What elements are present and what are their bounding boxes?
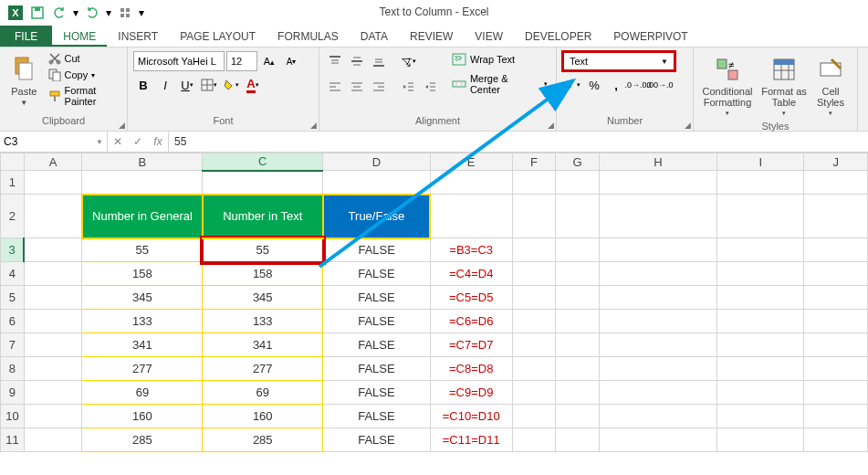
cell[interactable]: [717, 310, 804, 333]
shrink-font-icon[interactable]: A▾: [281, 51, 301, 71]
cell[interactable]: [804, 333, 868, 357]
select-all-corner[interactable]: [1, 153, 25, 171]
cell[interactable]: [24, 238, 82, 262]
cell[interactable]: [512, 286, 556, 310]
cell[interactable]: [804, 286, 868, 310]
col-header[interactable]: D: [323, 153, 431, 171]
align-middle-icon[interactable]: [347, 51, 367, 71]
cell[interactable]: =C11=D11: [430, 428, 512, 452]
cell[interactable]: FALSE: [323, 262, 431, 286]
cell[interactable]: [717, 262, 804, 286]
tab-file[interactable]: FILE: [0, 26, 52, 47]
cell[interactable]: [717, 333, 804, 357]
cell[interactable]: [556, 238, 600, 262]
header-cell[interactable]: True/False: [323, 195, 431, 238]
cell[interactable]: =C7=D7: [430, 333, 512, 357]
cell[interactable]: [512, 357, 556, 381]
underline-button[interactable]: U▾: [177, 75, 197, 95]
cell[interactable]: [512, 262, 556, 286]
tab-home[interactable]: HOME: [52, 26, 107, 47]
redo-icon[interactable]: [82, 3, 102, 23]
cell[interactable]: =C4=D4: [430, 262, 512, 286]
decrease-decimal-icon[interactable]: .00→.0: [650, 75, 670, 95]
cell[interactable]: 160: [203, 405, 323, 428]
cell[interactable]: [600, 310, 717, 333]
cell[interactable]: FALSE: [323, 286, 431, 310]
cell[interactable]: [804, 262, 868, 286]
fill-color-button[interactable]: ▾: [221, 75, 241, 95]
row-header[interactable]: 8: [1, 357, 25, 381]
name-box[interactable]: C3▼: [0, 132, 108, 152]
clipboard-launcher-icon[interactable]: ◢: [119, 121, 125, 130]
cut-button[interactable]: Cut: [47, 51, 121, 66]
cell[interactable]: 158: [203, 262, 323, 286]
cell[interactable]: 277: [203, 357, 323, 381]
cell[interactable]: =C10=D10: [430, 405, 512, 428]
align-center-icon[interactable]: [347, 77, 367, 97]
bold-button[interactable]: B: [133, 75, 153, 95]
row-header[interactable]: 3: [1, 238, 25, 262]
formula-bar[interactable]: 55: [169, 132, 868, 152]
cell[interactable]: [24, 381, 82, 405]
fx-icon[interactable]: fx: [148, 132, 168, 152]
cell[interactable]: [556, 381, 600, 405]
italic-button[interactable]: I: [155, 75, 175, 95]
row-header[interactable]: 6: [1, 310, 25, 333]
cell[interactable]: [556, 405, 600, 428]
cell[interactable]: FALSE: [323, 357, 431, 381]
row-header[interactable]: 7: [1, 333, 25, 357]
header-cell[interactable]: Number in Text: [203, 195, 323, 238]
cell[interactable]: 69: [203, 381, 323, 405]
cell[interactable]: [24, 333, 82, 357]
cell[interactable]: 277: [82, 357, 203, 381]
row-header[interactable]: 9: [1, 381, 25, 405]
cell[interactable]: [24, 286, 82, 310]
cell[interactable]: [512, 428, 556, 452]
cell[interactable]: [804, 381, 868, 405]
cell[interactable]: [600, 333, 717, 357]
undo-dropdown-icon[interactable]: ▾: [71, 3, 80, 23]
cell[interactable]: [600, 405, 717, 428]
cell[interactable]: FALSE: [323, 310, 431, 333]
cell[interactable]: FALSE: [323, 381, 431, 405]
align-left-icon[interactable]: [325, 77, 345, 97]
format-painter-button[interactable]: Format Painter: [47, 84, 121, 108]
cell[interactable]: FALSE: [323, 428, 431, 452]
copy-button[interactable]: Copy ▾: [47, 68, 121, 82]
row-header[interactable]: 2: [1, 195, 25, 238]
grow-font-icon[interactable]: A▴: [259, 51, 279, 71]
col-header[interactable]: E: [430, 153, 512, 171]
cell[interactable]: [600, 428, 717, 452]
col-header[interactable]: G: [556, 153, 600, 171]
cell[interactable]: =B3=C3: [430, 238, 512, 262]
align-right-icon[interactable]: [369, 77, 389, 97]
row-header[interactable]: 11: [1, 428, 25, 452]
row-header[interactable]: 5: [1, 286, 25, 310]
tab-data[interactable]: DATA: [350, 26, 399, 47]
save-icon[interactable]: [27, 3, 47, 23]
paste-button[interactable]: Paste ▼: [5, 51, 43, 111]
tab-review[interactable]: REVIEW: [399, 26, 464, 47]
cell[interactable]: [512, 333, 556, 357]
cell[interactable]: [556, 428, 600, 452]
cell[interactable]: [717, 405, 804, 428]
orientation-icon[interactable]: ⦪▾: [398, 51, 418, 71]
merge-center-button[interactable]: Merge & Center ▾: [449, 71, 550, 97]
col-header[interactable]: J: [804, 153, 868, 171]
font-launcher-icon[interactable]: ◢: [310, 121, 317, 130]
col-header[interactable]: F: [512, 153, 556, 171]
row-header[interactable]: 10: [1, 405, 25, 428]
font-color-button[interactable]: A▾: [243, 75, 263, 95]
cell[interactable]: 69: [82, 381, 203, 405]
row-header[interactable]: 1: [1, 171, 25, 195]
cell-styles-button[interactable]: Cell Styles▾: [812, 51, 849, 121]
row-header[interactable]: 4: [1, 262, 25, 286]
tab-insert[interactable]: INSERT: [107, 26, 169, 47]
cell[interactable]: FALSE: [323, 405, 431, 428]
cell[interactable]: FALSE: [323, 333, 431, 357]
increase-indent-icon[interactable]: [420, 77, 440, 97]
cell[interactable]: [717, 286, 804, 310]
cell[interactable]: 55: [82, 238, 203, 262]
decrease-indent-icon[interactable]: [398, 77, 418, 97]
tab-view[interactable]: VIEW: [464, 26, 514, 47]
